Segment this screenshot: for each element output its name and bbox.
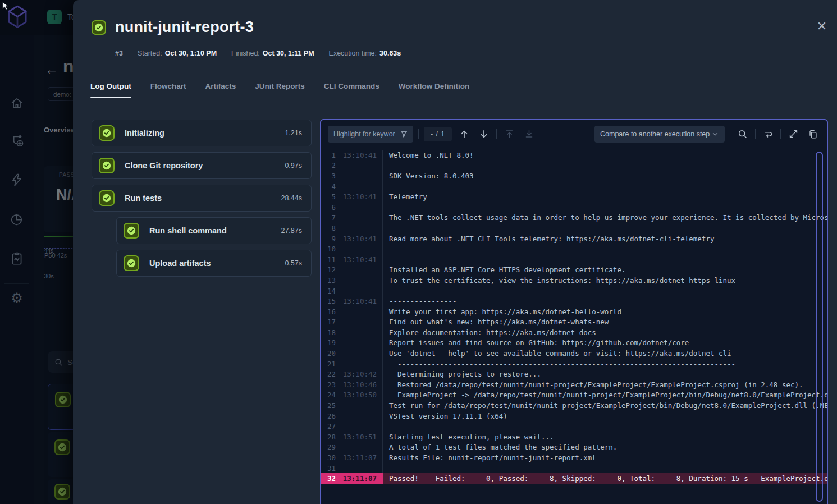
log-text: Results File: nunit-report/nunit-junit-r… (382, 452, 827, 463)
line-number[interactable]: 12 (321, 265, 336, 274)
tab-flowchart[interactable]: Flowchart (150, 82, 186, 98)
line-number[interactable]: 20 (321, 349, 336, 358)
step-run-tests[interactable]: Run tests28.44s (92, 185, 312, 212)
line-number[interactable]: 25 (321, 401, 336, 410)
line-number[interactable]: 2 (321, 161, 336, 169)
tab-workflow-definition[interactable]: Workflow Definition (399, 82, 470, 98)
line-number[interactable]: 30 (321, 453, 336, 462)
started-value: Oct 30, 1:10 PM (165, 49, 217, 57)
log-gutter: 14 (321, 286, 382, 296)
success-check-icon (99, 125, 115, 141)
line-number[interactable]: 1 (321, 151, 336, 159)
line-number[interactable]: 9 (321, 235, 336, 243)
success-check-icon (92, 20, 106, 35)
step-clone-git-repository[interactable]: Clone Git repository0.97s (92, 152, 312, 179)
log-line: 17Find out what's new: https://aka.ms/do… (321, 317, 827, 328)
log-gutter: 31 (321, 463, 382, 474)
filter-funnel-icon[interactable] (399, 127, 409, 141)
next-match-icon[interactable] (477, 127, 491, 141)
log-text: Installed an ASP.NET Core HTTPS developm… (382, 265, 827, 276)
line-number[interactable]: 4 (321, 182, 336, 191)
line-number[interactable]: 7 (321, 213, 336, 222)
log-timestamp: 13:10:41 (336, 193, 382, 201)
step-label: Run tests (125, 194, 271, 203)
line-number[interactable]: 10 (321, 245, 336, 253)
scroll-to-top-icon[interactable] (502, 127, 516, 141)
line-number[interactable]: 17 (321, 318, 336, 326)
word-wrap-icon[interactable] (761, 127, 775, 141)
line-number[interactable]: 29 (321, 443, 336, 451)
log-text: Write your first app: https://aka.ms/dot… (382, 306, 827, 317)
line-number[interactable]: 31 (321, 464, 336, 473)
log-line: 913:10:41Read more about .NET CLI Tools … (321, 233, 827, 244)
step-upload-artifacts[interactable]: Upload artifacts0.57s (116, 250, 312, 277)
line-number[interactable]: 32 (321, 474, 336, 483)
line-number[interactable]: 22 (321, 370, 336, 378)
log-line: 2413:10:50 ExampleProject -> /data/repo/… (321, 390, 827, 401)
log-text: ----------------------------------------… (382, 359, 827, 369)
log-timestamp: 13:10:41 (336, 297, 382, 305)
log-gutter: 26 (321, 411, 382, 421)
log-text (382, 223, 827, 233)
step-initializing[interactable]: Initializing1.21s (92, 120, 312, 146)
tab-log-output[interactable]: Log Output (90, 82, 131, 98)
log-toolbar: - / 1 (321, 120, 827, 148)
line-number[interactable]: 8 (321, 224, 336, 232)
compare-step-dropdown[interactable]: Compare to another execution step (594, 126, 725, 143)
copy-log-icon[interactable] (806, 127, 820, 141)
log-line: 12Installed an ASP.NET Core HTTPS develo… (321, 265, 827, 276)
log-text: ---------------- (382, 254, 827, 265)
tab-junit-reports[interactable]: JUnit Reports (255, 82, 305, 98)
log-text: Use 'dotnet --help' to see available com… (382, 348, 827, 359)
line-number[interactable]: 26 (321, 412, 336, 420)
line-number[interactable]: 3 (321, 172, 336, 180)
log-timestamp: 13:10:41 (336, 255, 382, 264)
line-number[interactable]: 16 (321, 308, 336, 316)
line-number[interactable]: 24 (321, 391, 336, 399)
log-text: Restored /data/repo/test/nunit/nunit-pro… (382, 379, 827, 390)
search-log-icon[interactable] (735, 127, 750, 141)
highlight-keywords-input[interactable] (333, 130, 395, 138)
tab-artifacts[interactable]: Artifacts (205, 82, 236, 98)
highlight-keywords-box[interactable] (328, 126, 413, 143)
log-text (382, 421, 827, 432)
expand-fullscreen-icon[interactable] (786, 127, 801, 141)
line-number[interactable]: 11 (321, 255, 336, 264)
success-check-icon (99, 190, 115, 206)
step-label: Upload artifacts (149, 259, 275, 268)
line-number[interactable]: 27 (321, 422, 336, 430)
scroll-to-bottom-icon[interactable] (522, 127, 536, 141)
chevron-down-icon (711, 130, 719, 138)
log-text: Explore documentation: https://aka.ms/do… (382, 327, 827, 338)
log-timestamp: 13:11:07 (336, 453, 382, 462)
step-label: Initializing (125, 129, 275, 138)
line-number[interactable]: 23 (321, 381, 336, 389)
log-scrollbar-thumb[interactable] (816, 152, 823, 502)
toolbar-separator (780, 129, 781, 139)
log-line: 7The .NET tools collect usage data in or… (321, 213, 827, 223)
step-run-shell-command[interactable]: Run shell command27.87s (116, 217, 312, 244)
match-counter: - / 1 (424, 127, 452, 141)
toolbar-separator (418, 129, 419, 139)
line-number[interactable]: 15 (321, 297, 336, 305)
line-number[interactable]: 14 (321, 287, 336, 295)
app-window: T Tes (0, 0, 837, 504)
step-duration: 0.97s (285, 162, 302, 169)
line-number[interactable]: 18 (321, 328, 336, 337)
log-text: To trust the certificate, view the instr… (382, 275, 827, 286)
line-number[interactable]: 5 (321, 193, 336, 201)
log-gutter: 2 (321, 161, 382, 171)
log-line: 2813:10:51Starting test execution, pleas… (321, 432, 827, 442)
log-gutter: 2313:10:46 (321, 379, 382, 390)
line-number[interactable]: 19 (321, 338, 336, 347)
close-icon[interactable]: ✕ (815, 19, 829, 34)
previous-match-icon[interactable] (457, 127, 472, 141)
line-number[interactable]: 6 (321, 203, 336, 212)
log-line: 3013:11:07Results File: nunit-report/nun… (321, 452, 827, 463)
line-number[interactable]: 21 (321, 360, 336, 368)
tab-cli-commands[interactable]: CLI Commands (324, 82, 379, 98)
log-line: 3213:11:07Passed! - Failed: 0, Passed: 8… (321, 473, 827, 484)
log-line: 29A total of 1 test files matched the sp… (321, 442, 827, 453)
line-number[interactable]: 13 (321, 276, 336, 285)
line-number[interactable]: 28 (321, 433, 336, 441)
